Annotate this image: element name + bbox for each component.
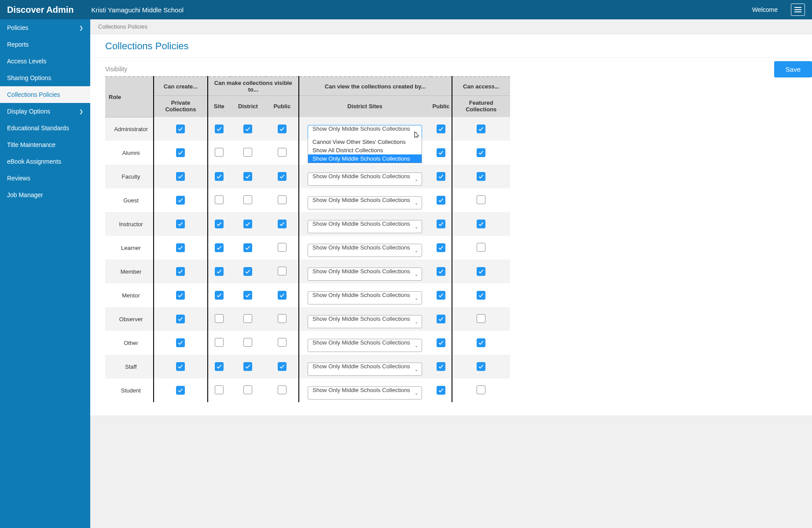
district-sites-select[interactable]: Show Only Middle Schools Collections⌄	[308, 244, 422, 257]
sidebar-item-reports[interactable]: Reports	[0, 36, 90, 53]
checkbox-featured[interactable]	[477, 148, 485, 157]
checkbox-district[interactable]	[243, 385, 252, 394]
breadcrumb[interactable]: Collections Policies	[90, 19, 812, 34]
checkbox-site[interactable]	[215, 267, 224, 276]
checkbox-site[interactable]	[215, 243, 224, 252]
district-sites-select[interactable]: Show Only Middle Schools Collections⌄	[308, 291, 422, 304]
checkbox-view-public[interactable]	[437, 220, 445, 228]
sidebar-item-title-maintenance[interactable]: Title Maintenance	[0, 136, 90, 153]
checkbox-public[interactable]	[278, 385, 287, 394]
checkbox-featured[interactable]	[477, 195, 485, 204]
checkbox-featured[interactable]	[477, 172, 485, 181]
checkbox-view-public[interactable]	[437, 172, 445, 181]
checkbox-district[interactable]	[243, 148, 252, 157]
checkbox-public[interactable]	[278, 243, 287, 252]
checkbox-public[interactable]	[278, 148, 287, 157]
checkbox-private[interactable]	[176, 291, 185, 300]
sidebar-item-policies[interactable]: Policies❯	[0, 19, 90, 36]
sidebar-item-sharing-options[interactable]: Sharing Options	[0, 70, 90, 86]
save-button[interactable]: Save	[774, 61, 812, 77]
checkbox-site[interactable]	[215, 338, 224, 347]
checkbox-featured[interactable]	[477, 385, 485, 394]
checkbox-featured[interactable]	[477, 125, 485, 133]
welcome-label[interactable]: Welcome	[752, 6, 778, 13]
checkbox-view-public[interactable]	[437, 362, 445, 371]
sidebar-item-reviews[interactable]: Reviews	[0, 170, 90, 187]
checkbox-private[interactable]	[176, 386, 185, 395]
district-sites-select[interactable]: Show Only Middle Schools Collections⌄	[308, 268, 422, 281]
checkbox-site[interactable]	[215, 125, 224, 133]
district-sites-select[interactable]: Show Only Middle Schools Collections⌄	[308, 315, 422, 328]
checkbox-featured[interactable]	[477, 220, 485, 228]
select-option[interactable]: Show Only Middle Schools Collections	[308, 154, 422, 163]
checkbox-public[interactable]	[278, 338, 287, 347]
checkbox-featured[interactable]	[477, 243, 485, 252]
checkbox-view-public[interactable]	[437, 291, 445, 300]
checkbox-view-public[interactable]	[437, 148, 445, 157]
menu-icon[interactable]	[791, 4, 805, 16]
checkbox-public[interactable]	[278, 220, 287, 228]
district-sites-select[interactable]: Show Only Middle Schools Collections⌄	[308, 196, 422, 209]
checkbox-district[interactable]	[243, 362, 252, 371]
checkbox-private[interactable]	[176, 315, 185, 323]
checkbox-site[interactable]	[215, 172, 224, 181]
checkbox-private[interactable]	[176, 172, 185, 181]
checkbox-private[interactable]	[176, 125, 185, 133]
district-sites-select[interactable]: Show Only Middle Schools Collections⌄	[308, 386, 422, 400]
checkbox-public[interactable]	[278, 314, 287, 323]
checkbox-private[interactable]	[176, 243, 185, 252]
checkbox-view-public[interactable]	[437, 386, 445, 395]
checkbox-private[interactable]	[176, 220, 185, 228]
checkbox-private[interactable]	[176, 338, 185, 347]
checkbox-district[interactable]	[243, 314, 252, 323]
checkbox-view-public[interactable]	[437, 243, 445, 252]
checkbox-public[interactable]	[278, 172, 287, 181]
checkbox-district[interactable]	[243, 291, 252, 300]
district-sites-select[interactable]: Show Only Middle Schools Collections⌄	[308, 363, 422, 376]
checkbox-view-public[interactable]	[437, 196, 445, 205]
checkbox-site[interactable]	[215, 385, 224, 394]
select-option[interactable]: Cannot View Other Sites' Collections	[308, 138, 422, 146]
sidebar-item-ebook-assignments[interactable]: eBook Assignments	[0, 153, 90, 170]
checkbox-public[interactable]	[278, 195, 287, 204]
checkbox-district[interactable]	[243, 125, 252, 133]
sidebar-item-access-levels[interactable]: Access Levels	[0, 53, 90, 70]
checkbox-featured[interactable]	[477, 338, 485, 347]
checkbox-public[interactable]	[278, 125, 287, 133]
checkbox-district[interactable]	[243, 243, 252, 252]
checkbox-private[interactable]	[176, 148, 185, 157]
checkbox-private[interactable]	[176, 362, 185, 371]
checkbox-district[interactable]	[243, 195, 252, 204]
checkbox-featured[interactable]	[477, 362, 485, 371]
sidebar-item-collections-policies[interactable]: Collections Policies	[0, 86, 90, 103]
district-sites-select[interactable]: Show Only Middle Schools Collections⌄	[308, 339, 422, 352]
checkbox-site[interactable]	[215, 195, 224, 204]
checkbox-site[interactable]	[215, 220, 224, 228]
sidebar-item-educational-standards[interactable]: Educational Standards	[0, 120, 90, 136]
checkbox-district[interactable]	[243, 220, 252, 228]
district-sites-select[interactable]: Show Only Middle Schools Collections⌄	[308, 125, 422, 138]
checkbox-featured[interactable]	[477, 267, 485, 276]
checkbox-public[interactable]	[278, 267, 287, 275]
checkbox-view-public[interactable]	[437, 315, 445, 323]
checkbox-district[interactable]	[243, 338, 252, 347]
checkbox-district[interactable]	[243, 172, 252, 181]
checkbox-site[interactable]	[215, 291, 224, 300]
checkbox-site[interactable]	[215, 148, 224, 157]
sidebar-item-job-manager[interactable]: Job Manager	[0, 187, 90, 203]
checkbox-site[interactable]	[215, 362, 224, 371]
checkbox-featured[interactable]	[477, 291, 485, 300]
checkbox-view-public[interactable]	[437, 338, 445, 347]
checkbox-view-public[interactable]	[437, 267, 445, 276]
district-sites-select[interactable]: Show Only Middle Schools Collections⌄	[308, 220, 422, 233]
sidebar-item-display-options[interactable]: Display Options❯	[0, 103, 90, 120]
checkbox-private[interactable]	[176, 196, 185, 205]
checkbox-featured[interactable]	[477, 314, 485, 323]
checkbox-public[interactable]	[278, 362, 287, 371]
checkbox-view-public[interactable]	[437, 125, 445, 133]
district-sites-select[interactable]: Show Only Middle Schools Collections⌄	[308, 172, 422, 186]
checkbox-district[interactable]	[243, 267, 252, 276]
checkbox-public[interactable]	[278, 291, 287, 300]
select-option[interactable]: Show All District Collections	[308, 146, 422, 154]
checkbox-site[interactable]	[215, 314, 224, 323]
